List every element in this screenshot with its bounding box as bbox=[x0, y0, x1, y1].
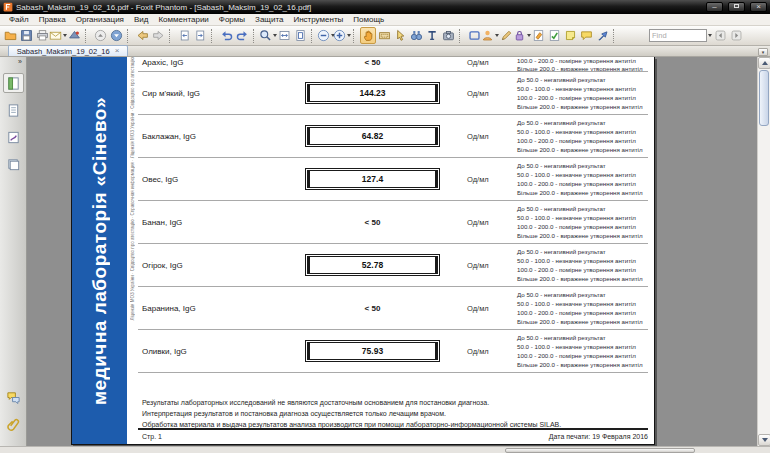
marquee-button[interactable] bbox=[376, 27, 392, 44]
toolbar-overflow-button[interactable]: ▾ bbox=[758, 48, 768, 56]
restore-button[interactable] bbox=[728, 2, 745, 12]
menu-2[interactable]: Правка bbox=[34, 15, 71, 24]
zoom-out-button[interactable] bbox=[318, 27, 334, 44]
tab-close-icon[interactable]: × bbox=[115, 47, 120, 55]
toolbar-separator bbox=[253, 29, 257, 43]
analyte-name: Баклажан, IgG bbox=[142, 132, 196, 141]
vertical-scroll-thumb[interactable] bbox=[759, 70, 769, 126]
result-value-box: 75.93 bbox=[305, 340, 440, 362]
panel-attachments-button[interactable] bbox=[3, 414, 24, 434]
analyte-name: Оливки, IgG bbox=[142, 347, 187, 356]
result-value-box: 127.4 bbox=[305, 168, 440, 190]
menu-8[interactable]: Инструменты bbox=[288, 15, 348, 24]
menu-4[interactable]: Вид bbox=[129, 15, 153, 24]
open-button[interactable] bbox=[2, 27, 18, 44]
share-button[interactable] bbox=[594, 27, 610, 44]
zoom-in-icon bbox=[333, 29, 346, 42]
undo-button[interactable] bbox=[218, 27, 234, 44]
next-view-icon bbox=[194, 29, 207, 42]
result-value: < 50 bbox=[365, 58, 381, 67]
reference-line: До 50.0 - негативний результат bbox=[517, 247, 643, 256]
email-button[interactable] bbox=[50, 27, 66, 44]
scroll-down-button[interactable] bbox=[758, 434, 770, 446]
stamp-button[interactable] bbox=[482, 27, 498, 44]
panel-pages-button[interactable] bbox=[3, 100, 24, 120]
sign-button[interactable] bbox=[546, 27, 562, 44]
hand-icon bbox=[362, 29, 375, 42]
unit-label: Од/мл bbox=[467, 58, 489, 67]
lock-button[interactable] bbox=[514, 27, 530, 44]
page-down-circle-button[interactable] bbox=[108, 27, 124, 44]
menu-7[interactable]: Защита bbox=[250, 15, 288, 24]
menu-5[interactable]: Комментарии bbox=[153, 15, 213, 24]
table-row: Арахіс, IgG< 50Од/млДо 50.0 - негативний… bbox=[138, 57, 648, 72]
scan-button[interactable] bbox=[66, 27, 82, 44]
panel-collapse-button[interactable]: » bbox=[18, 58, 22, 66]
reference-line: 50.0 - 100.0 - незначне утворення антиті… bbox=[517, 342, 643, 351]
fit-width-button[interactable] bbox=[276, 27, 292, 44]
zoom-in-dropdown-caret[interactable] bbox=[347, 34, 351, 37]
forward-button[interactable] bbox=[150, 27, 166, 44]
link-area-button[interactable] bbox=[466, 27, 482, 44]
analyte-name: Банан, IgG bbox=[142, 218, 182, 227]
page-up-circle-button[interactable] bbox=[92, 27, 108, 44]
horizontal-scrollbar[interactable] bbox=[0, 446, 770, 453]
next-view-button[interactable] bbox=[192, 27, 208, 44]
save-button[interactable] bbox=[18, 27, 34, 44]
stamp-icon bbox=[481, 29, 494, 42]
back-button[interactable] bbox=[134, 27, 150, 44]
panel-comments-button[interactable] bbox=[3, 387, 24, 407]
reference-line: Більше 200.0 - виражене утворення антиті… bbox=[517, 317, 643, 326]
reference-line: Більше 200.0 - виражене утворення антиті… bbox=[517, 360, 643, 369]
reference-line: Більше 200.0 - виражене утворення антиті… bbox=[517, 65, 643, 73]
pencil-button[interactable] bbox=[498, 27, 514, 44]
panel-bookmarks-button[interactable] bbox=[3, 73, 24, 93]
footer-divider bbox=[138, 428, 648, 430]
reference-line: Більше 200.0 - виражене утворення антиті… bbox=[517, 231, 643, 240]
result-value-box: 64.82 bbox=[305, 125, 440, 147]
select-text-button[interactable] bbox=[424, 27, 440, 44]
select-button[interactable] bbox=[392, 27, 408, 44]
menu-9[interactable]: Помощь bbox=[348, 15, 389, 24]
analyte-name: Овес, IgG bbox=[142, 175, 178, 184]
redo-button[interactable] bbox=[234, 27, 250, 44]
find-prev-button[interactable] bbox=[712, 27, 728, 44]
back-icon bbox=[136, 29, 149, 42]
reference-line: До 50.0 - негативний результат bbox=[517, 333, 643, 342]
minimize-button[interactable]: – bbox=[706, 2, 723, 12]
snapshot-icon bbox=[442, 29, 455, 42]
panel-signatures-button[interactable] bbox=[3, 127, 24, 147]
find-input[interactable] bbox=[649, 29, 707, 42]
menu-3[interactable]: Организация bbox=[71, 15, 129, 24]
reference-range: До 50.0 - негативний результат50.0 - 100… bbox=[517, 161, 643, 197]
close-button[interactable]: × bbox=[750, 2, 767, 12]
result-value-box: 144.23 bbox=[305, 82, 440, 104]
menu-6[interactable]: Формы bbox=[214, 15, 250, 24]
hand-button[interactable] bbox=[360, 27, 376, 44]
horizontal-scroll-thumb[interactable] bbox=[505, 448, 695, 453]
reference-range: До 50.0 - негативний результат50.0 - 100… bbox=[517, 204, 643, 240]
reference-line: 50.0 - 100.0 - незначне утворення антиті… bbox=[517, 256, 643, 265]
panel-layers-button[interactable] bbox=[3, 154, 24, 174]
reference-line: 100.0 - 200.0 - помірне утворення антиті… bbox=[517, 93, 643, 102]
find-next-button[interactable] bbox=[728, 27, 744, 44]
scan-icon bbox=[68, 29, 81, 42]
scroll-up-button[interactable] bbox=[758, 57, 770, 69]
menu-1[interactable]: Файл bbox=[4, 15, 34, 24]
fit-page-button[interactable] bbox=[292, 27, 308, 44]
prev-view-button[interactable] bbox=[176, 27, 192, 44]
highlight-button[interactable] bbox=[530, 27, 546, 44]
certificate-info-vertical: Ліцензія МОЗ України · Свідоцтво про ате… bbox=[128, 57, 137, 444]
snapshot-button[interactable] bbox=[440, 27, 456, 44]
print-button[interactable] bbox=[34, 27, 50, 44]
disclaimer-notes: Результаты лабораторных исследований не … bbox=[142, 397, 642, 430]
select-icon bbox=[394, 29, 407, 42]
search-button[interactable] bbox=[408, 27, 424, 44]
tab-label: Sabash_Maksim_19_02_16 bbox=[17, 47, 110, 56]
zoom-tool-button[interactable] bbox=[260, 27, 276, 44]
zoom-in-button[interactable] bbox=[334, 27, 350, 44]
vertical-scrollbar[interactable] bbox=[757, 57, 770, 446]
note-button[interactable] bbox=[562, 27, 578, 44]
document-tab[interactable]: Sabash_Maksim_19_02_16 × bbox=[8, 45, 128, 56]
comment-button[interactable] bbox=[578, 27, 594, 44]
